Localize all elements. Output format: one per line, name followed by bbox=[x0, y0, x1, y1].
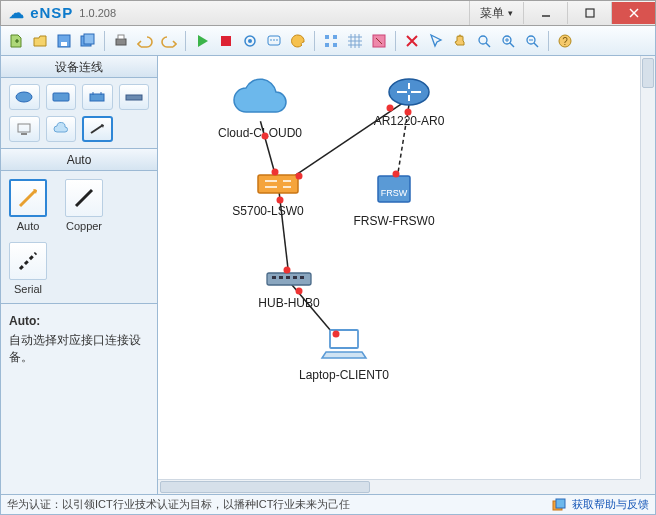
device-panel-title: 设备连线 bbox=[1, 56, 157, 78]
svg-rect-34 bbox=[18, 124, 30, 132]
palette-button[interactable] bbox=[287, 30, 309, 52]
svg-point-12 bbox=[248, 39, 252, 43]
device-category-router[interactable] bbox=[9, 84, 40, 110]
scroll-corner bbox=[640, 479, 655, 494]
sidebar: 设备连线 Auto Auto Copper Serial bbox=[0, 56, 158, 495]
feedback-icon bbox=[552, 498, 566, 512]
svg-rect-33 bbox=[126, 95, 142, 100]
grid-snap-button[interactable] bbox=[320, 30, 342, 52]
connection-panel-title: Auto bbox=[1, 149, 157, 171]
port-dot bbox=[277, 197, 284, 204]
save-all-button[interactable] bbox=[77, 30, 99, 52]
svg-line-27 bbox=[534, 43, 538, 47]
port-dot bbox=[262, 133, 269, 140]
pan-button[interactable] bbox=[449, 30, 471, 52]
svg-rect-9 bbox=[118, 35, 124, 39]
node-cloud-icon[interactable] bbox=[228, 76, 292, 124]
node-switch-label: S5700-LSW0 bbox=[232, 204, 303, 218]
node-laptop-icon[interactable] bbox=[320, 326, 368, 366]
topology-canvas[interactable]: Cloud-CLOUD0 AR1220-AR0 S5700-LSW0 FRSW … bbox=[158, 56, 640, 479]
port-dot bbox=[387, 105, 394, 112]
node-router-icon[interactable] bbox=[387, 75, 431, 113]
svg-rect-47 bbox=[279, 276, 283, 279]
save-button[interactable] bbox=[53, 30, 75, 52]
port-dot bbox=[272, 169, 279, 176]
svg-rect-53 bbox=[556, 499, 565, 508]
vertical-scrollbar[interactable] bbox=[640, 56, 655, 479]
port-dot bbox=[296, 173, 303, 180]
device-category-switch[interactable] bbox=[46, 84, 77, 110]
zoom-out-button[interactable] bbox=[521, 30, 543, 52]
port-dot bbox=[405, 109, 412, 116]
info-panel: Auto: 自动选择对应接口连接设备。 bbox=[1, 304, 157, 494]
svg-rect-5 bbox=[61, 42, 67, 46]
conn-type-copper[interactable]: Copper bbox=[65, 179, 103, 232]
port-dot bbox=[333, 331, 340, 338]
svg-point-41 bbox=[389, 79, 429, 105]
svg-rect-35 bbox=[21, 133, 27, 135]
device-category-cloud[interactable] bbox=[46, 116, 77, 142]
svg-text:?: ? bbox=[562, 36, 568, 47]
conn-type-auto[interactable]: Auto bbox=[9, 179, 47, 232]
delete-button[interactable] bbox=[401, 30, 423, 52]
svg-point-14 bbox=[270, 39, 272, 41]
svg-line-25 bbox=[510, 43, 514, 47]
open-button[interactable] bbox=[29, 30, 51, 52]
device-category-firewall[interactable] bbox=[119, 84, 150, 110]
help-button[interactable]: ? bbox=[554, 30, 576, 52]
zoom-in-button[interactable] bbox=[497, 30, 519, 52]
svg-point-16 bbox=[276, 39, 278, 41]
maximize-button[interactable] bbox=[567, 2, 611, 24]
conn-type-serial[interactable]: Serial bbox=[9, 242, 47, 295]
start-button[interactable] bbox=[191, 30, 213, 52]
horizontal-scrollbar[interactable] bbox=[158, 479, 640, 494]
pointer-button[interactable] bbox=[425, 30, 447, 52]
print-button[interactable] bbox=[110, 30, 132, 52]
device-category-wlan[interactable] bbox=[82, 84, 113, 110]
svg-rect-20 bbox=[333, 43, 337, 47]
svg-text:FRSW: FRSW bbox=[381, 188, 408, 198]
menu-dropdown-button[interactable]: 菜单▾ bbox=[469, 1, 523, 25]
svg-line-23 bbox=[486, 43, 490, 47]
new-button[interactable] bbox=[5, 30, 27, 52]
zoom-fit-button[interactable] bbox=[473, 30, 495, 52]
capture-button[interactable] bbox=[239, 30, 261, 52]
grid-view-button[interactable] bbox=[344, 30, 366, 52]
minimize-button[interactable] bbox=[523, 2, 567, 24]
version-label: 1.0.208 bbox=[79, 7, 116, 19]
port-dot bbox=[393, 171, 400, 178]
info-title: Auto: bbox=[9, 314, 149, 328]
svg-rect-1 bbox=[586, 9, 594, 17]
svg-point-22 bbox=[479, 36, 487, 44]
stop-button[interactable] bbox=[215, 30, 237, 52]
layers-button[interactable] bbox=[368, 30, 390, 52]
svg-rect-18 bbox=[333, 35, 337, 39]
node-cloud-label: Cloud-CLOUD0 bbox=[218, 126, 302, 140]
svg-rect-48 bbox=[286, 276, 290, 279]
help-feedback-link[interactable]: 获取帮助与反馈 bbox=[572, 497, 649, 512]
info-text: 自动选择对应接口连接设备。 bbox=[9, 332, 149, 366]
close-button[interactable] bbox=[611, 2, 655, 24]
device-category-pc[interactable] bbox=[9, 116, 40, 142]
svg-rect-19 bbox=[325, 43, 329, 47]
status-text: 华为认证：以引领ICT行业技术认证为目标，以播种ICT行业未来为己任 bbox=[7, 497, 350, 512]
svg-rect-42 bbox=[258, 175, 298, 193]
svg-rect-17 bbox=[325, 35, 329, 39]
svg-rect-49 bbox=[293, 276, 297, 279]
port-dot bbox=[284, 267, 291, 274]
text-button[interactable] bbox=[263, 30, 285, 52]
svg-rect-10 bbox=[221, 36, 231, 46]
app-logo: ☁ eNSP bbox=[1, 4, 73, 22]
main-toolbar: ? bbox=[0, 26, 656, 56]
svg-rect-32 bbox=[90, 94, 104, 101]
svg-point-15 bbox=[273, 39, 275, 41]
undo-button[interactable] bbox=[134, 30, 156, 52]
svg-point-30 bbox=[16, 92, 32, 102]
node-hub-label: HUB-HUB0 bbox=[258, 296, 319, 310]
node-frsw-label: FRSW-FRSW0 bbox=[353, 214, 434, 228]
svg-rect-46 bbox=[272, 276, 276, 279]
svg-rect-8 bbox=[116, 39, 126, 45]
redo-button[interactable] bbox=[158, 30, 180, 52]
node-router-label: AR1220-AR0 bbox=[374, 114, 445, 128]
device-category-connection[interactable] bbox=[82, 116, 113, 142]
